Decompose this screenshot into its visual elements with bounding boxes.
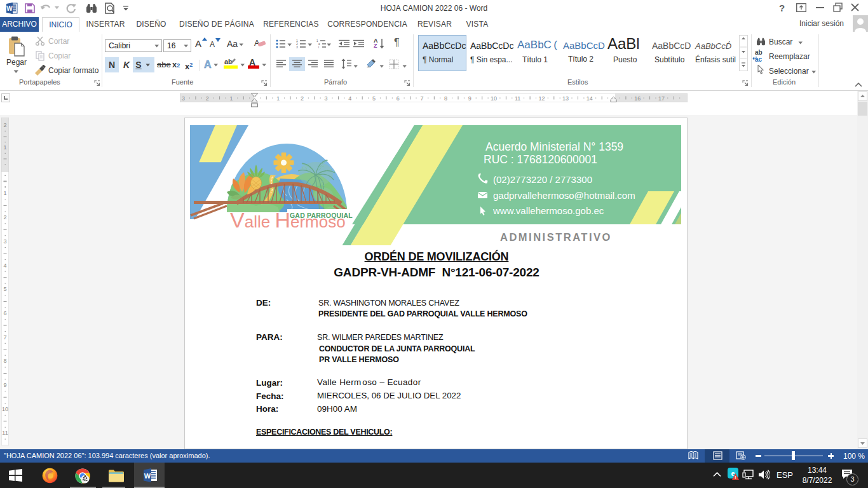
svg-text:3: 3 xyxy=(3,238,6,245)
svg-text:7: 7 xyxy=(420,95,423,102)
svg-text:i: i xyxy=(318,46,319,48)
svg-text:Acuerdo Ministerial N° 1359: Acuerdo Ministerial N° 1359 xyxy=(485,140,623,153)
svg-text:1: 1 xyxy=(3,144,6,151)
svg-text:2: 2 xyxy=(3,214,6,220)
svg-text:W: W xyxy=(144,472,151,480)
svg-text:8: 8 xyxy=(444,95,447,102)
svg-text:1: 1 xyxy=(276,95,280,102)
svg-text:gadprvallehermoso@hotmail.com: gadprvallehermoso@hotmail.com xyxy=(493,190,635,201)
svg-text:16: 16 xyxy=(634,95,641,102)
svg-text:6: 6 xyxy=(397,95,400,102)
svg-text:8: 8 xyxy=(3,358,6,364)
svg-text:10: 10 xyxy=(491,95,497,102)
svg-text:7: 7 xyxy=(3,334,6,341)
svg-text:17: 17 xyxy=(658,95,665,102)
svg-text:12: 12 xyxy=(538,95,545,102)
svg-text:6: 6 xyxy=(3,310,6,316)
svg-text:4: 4 xyxy=(3,262,6,269)
svg-text:9: 9 xyxy=(3,382,6,388)
svg-text:2: 2 xyxy=(3,122,6,128)
svg-text:2: 2 xyxy=(206,95,209,102)
svg-text:3: 3 xyxy=(296,45,298,48)
svg-text:14: 14 xyxy=(587,95,593,102)
svg-text:11: 11 xyxy=(515,95,520,102)
svg-text:3: 3 xyxy=(325,95,328,102)
svg-text:9: 9 xyxy=(468,95,471,102)
svg-text:www.vallehermoso.gob.ec: www.vallehermoso.gob.ec xyxy=(492,205,604,216)
svg-text:5: 5 xyxy=(372,95,376,102)
svg-text:11: 11 xyxy=(2,430,8,436)
svg-text:13: 13 xyxy=(562,95,569,102)
svg-text:RUC : 1768120600001: RUC : 1768120600001 xyxy=(484,153,597,166)
svg-text:!: ! xyxy=(735,475,736,480)
svg-text:(02)2773220 / 2773300: (02)2773220 / 2773300 xyxy=(493,174,592,185)
svg-text:2: 2 xyxy=(301,95,304,102)
svg-text:4: 4 xyxy=(348,95,351,102)
svg-text:1: 1 xyxy=(229,95,233,102)
svg-text:5: 5 xyxy=(3,286,6,292)
svg-text:10: 10 xyxy=(2,406,8,412)
svg-text:1: 1 xyxy=(3,190,6,196)
svg-text:3: 3 xyxy=(182,95,185,102)
